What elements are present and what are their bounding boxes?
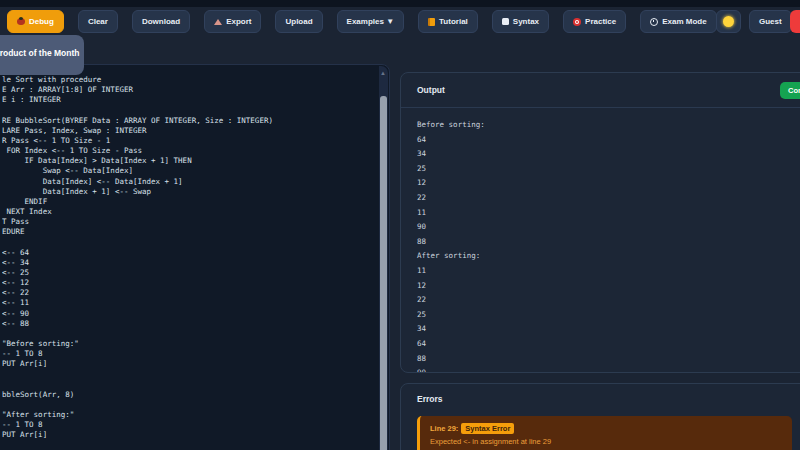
syntax-button-label: Syntax	[513, 17, 539, 26]
top-strip	[0, 0, 800, 7]
code-editor-panel: le Sort with procedure E Arr : ARRAY[1:8…	[0, 64, 390, 450]
theme-toggle-button[interactable]	[716, 10, 741, 33]
download-button-label: Download	[142, 17, 180, 26]
code-editor[interactable]: le Sort with procedure E Arr : ARRAY[1:8…	[2, 75, 377, 450]
errors-panel: Errors Line 29:Syntax Error Expected <- …	[400, 383, 800, 450]
output-line: 22	[417, 193, 793, 208]
toolbar: Debug Clear Download Export Upload Examp…	[7, 10, 717, 33]
upload-button-label: Upload	[285, 17, 312, 26]
export-button[interactable]: Export	[204, 10, 261, 33]
syntax-error-box: Line 29:Syntax Error Expected <- in assi…	[417, 416, 792, 450]
errors-panel-header: Errors	[401, 384, 800, 414]
timer-icon	[650, 18, 658, 26]
syntax-button[interactable]: Syntax	[492, 10, 549, 33]
badge-label: Product of the Month	[0, 48, 76, 58]
target-icon	[573, 18, 581, 26]
practice-button-label: Practice	[585, 17, 616, 26]
output-line: 12	[417, 281, 793, 296]
output-line: 88	[417, 354, 793, 369]
download-button[interactable]: Download	[132, 10, 190, 33]
output-line: 88	[417, 237, 793, 252]
output-line: 25	[417, 310, 793, 325]
exam-mode-button-label: Exam Mode	[662, 17, 706, 26]
export-button-label: Export	[226, 17, 251, 26]
debug-button[interactable]: Debug	[7, 10, 64, 33]
book-icon	[428, 18, 435, 26]
tutorial-button-label: Tutorial	[439, 17, 468, 26]
output-line: 90	[417, 222, 793, 237]
editor-scrollbar[interactable]: ▲	[379, 66, 388, 450]
error-message: Expected <- in assignment at line 29	[430, 437, 782, 446]
output-line: After sorting:	[417, 251, 793, 266]
output-line: 25	[417, 164, 793, 179]
logout-button[interactable]	[790, 10, 800, 33]
practice-button[interactable]: Practice	[563, 10, 626, 33]
output-text: Before sorting:6434251222119088After sor…	[401, 108, 800, 373]
output-line: 64	[417, 135, 793, 150]
upload-button[interactable]: Upload	[275, 10, 322, 33]
sun-icon	[723, 16, 734, 27]
output-line: 22	[417, 295, 793, 310]
output-panel-title: Output	[417, 85, 445, 95]
tutorial-button[interactable]: Tutorial	[418, 10, 478, 33]
error-type-chip: Syntax Error	[461, 423, 514, 434]
output-line: 12	[417, 178, 793, 193]
clear-button-label: Clear	[88, 17, 108, 26]
error-line-label: Line 29:	[430, 424, 458, 433]
document-icon	[502, 18, 509, 25]
exam-mode-button[interactable]: Exam Mode	[640, 10, 716, 33]
product-of-the-month-badge[interactable]: n Product of the Month	[0, 35, 84, 75]
scrollbar-up-arrow-icon[interactable]: ▲	[380, 70, 386, 76]
bug-icon	[17, 18, 25, 25]
guest-button-label: Guest	[759, 17, 782, 26]
export-icon	[214, 19, 222, 25]
output-line: 34	[417, 149, 793, 164]
error-line-ref: Line 29:Syntax Error	[430, 424, 782, 433]
scrollbar-thumb[interactable]	[380, 96, 387, 450]
output-line: 11	[417, 266, 793, 281]
output-line: Before sorting:	[417, 120, 793, 135]
completed-status-button[interactable]: Completed	[780, 82, 800, 99]
examples-dropdown[interactable]: Examples ▼	[337, 10, 405, 33]
output-line: 34	[417, 324, 793, 339]
clear-button[interactable]: Clear	[78, 10, 118, 33]
output-panel: Output Completed Before sorting:64342512…	[400, 72, 800, 373]
guest-button[interactable]: Guest	[749, 10, 792, 33]
examples-dropdown-label: Examples ▼	[347, 17, 395, 26]
badge-small-text: n	[0, 40, 76, 46]
debug-button-label: Debug	[29, 17, 54, 26]
output-line: 11	[417, 208, 793, 223]
errors-panel-title: Errors	[417, 394, 443, 404]
output-line: 90	[417, 368, 793, 373]
output-line: 64	[417, 339, 793, 354]
output-panel-header: Output Completed	[401, 73, 800, 108]
